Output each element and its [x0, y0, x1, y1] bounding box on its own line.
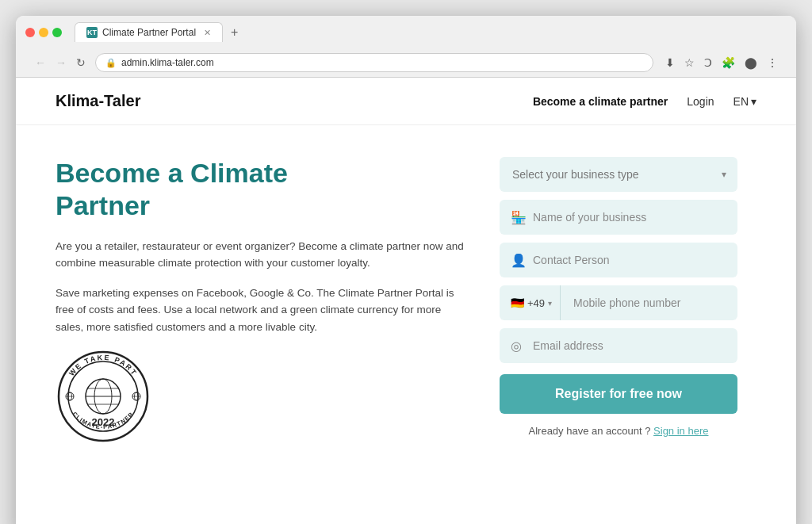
navbar: Klima-Taler Become a climate partner Log… — [16, 78, 796, 125]
registration-form: Select your business type Retailer Resta… — [500, 157, 737, 437]
active-tab[interactable]: KT Climate Partner Portal ✕ — [75, 22, 223, 42]
address-bar: ← → ↻ 🔒 admin.klima-taler.com ⬇ ☆ Ↄ 🧩 ⬤ … — [25, 48, 787, 77]
forward-button[interactable]: → — [52, 55, 70, 71]
extension-icon[interactable]: 🧩 — [719, 55, 737, 71]
browser-chrome: KT Climate Partner Portal ✕ + ← → ↻ 🔒 ad… — [16, 16, 796, 78]
phone-number-input[interactable] — [561, 285, 737, 320]
language-selector[interactable]: EN ▾ — [733, 95, 756, 108]
lock-icon: 🔒 — [105, 58, 117, 68]
badge-container: WE TAKE PART 2022 CLIMATE-PARTNER — [56, 349, 468, 447]
site-logo: Klima-Taler — [56, 92, 140, 110]
navbar-links: Become a climate partner Login EN ▾ — [533, 95, 756, 108]
main-section: Become a Climate Partner Are you a retai… — [16, 125, 796, 479]
signin-text: Already have an account ? Sign in here — [500, 425, 737, 437]
page-content: Klima-Taler Become a climate partner Log… — [16, 78, 796, 524]
business-type-select-wrapper: Select your business type Retailer Resta… — [500, 157, 737, 192]
menu-icon[interactable]: ⋮ — [764, 55, 780, 71]
tab-favicon: KT — [86, 27, 98, 38]
nav-buttons: ← → ↻ — [32, 55, 89, 71]
svg-text:WE TAKE PART: WE TAKE PART — [67, 353, 139, 377]
description-paragraph-2: Save marketing expenses on Facebook, Goo… — [56, 285, 468, 336]
profile-icon[interactable]: ⬤ — [742, 55, 760, 71]
page-heading: Become a Climate Partner — [56, 157, 468, 222]
description-paragraph-1: Are you a retailer, restaurateur or even… — [56, 238, 468, 272]
phone-prefix-selector[interactable]: 🇩🇪 +49 ▾ — [500, 285, 561, 320]
contact-person-input[interactable] — [500, 243, 737, 277]
flag-icon: 🇩🇪 — [511, 296, 524, 309]
climate-partner-badge: WE TAKE PART 2022 CLIMATE-PARTNER — [56, 349, 151, 444]
business-type-select[interactable]: Select your business type Retailer Resta… — [500, 157, 737, 192]
tab-close-button[interactable]: ✕ — [204, 28, 211, 38]
tab-title: Climate Partner Portal — [102, 27, 196, 38]
left-column: Become a Climate Partner Are you a retai… — [56, 157, 468, 447]
refresh-button[interactable]: ↻ — [73, 55, 89, 71]
nav-link-partner[interactable]: Become a climate partner — [533, 95, 668, 108]
phone-wrapper: 🇩🇪 +49 ▾ — [500, 285, 737, 320]
minimize-button[interactable] — [39, 28, 48, 37]
maximize-button[interactable] — [52, 28, 62, 37]
bookmark-icon[interactable]: ☆ — [682, 55, 697, 71]
browser-tabs: KT Climate Partner Portal ✕ + — [75, 22, 243, 42]
contact-person-wrapper: 👤 — [500, 243, 737, 277]
business-name-input[interactable] — [500, 200, 737, 235]
business-name-wrapper: 🏪 — [500, 200, 737, 235]
back-button[interactable]: ← — [32, 55, 49, 71]
phone-chevron-icon: ▾ — [548, 299, 552, 308]
url-bar[interactable]: 🔒 admin.klima-taler.com — [95, 53, 653, 72]
browser-window: KT Climate Partner Portal ✕ + ← → ↻ 🔒 ad… — [16, 16, 796, 524]
browser-actions: ⬇ ☆ Ↄ 🧩 ⬤ ⋮ — [663, 55, 780, 71]
signin-link[interactable]: Sign in here — [653, 425, 708, 437]
download-icon[interactable]: ⬇ — [663, 55, 677, 71]
nav-link-login[interactable]: Login — [687, 95, 714, 108]
email-input[interactable] — [500, 328, 737, 363]
email-wrapper: ◎ — [500, 328, 737, 363]
close-button[interactable] — [25, 28, 35, 37]
phone-country-code: +49 — [527, 297, 545, 309]
new-tab-button[interactable]: + — [226, 25, 243, 40]
register-button[interactable]: Register for free now — [500, 374, 737, 414]
traffic-lights — [25, 28, 62, 37]
url-text: admin.klima-taler.com — [121, 57, 214, 68]
lang-chevron-icon: ▾ — [751, 95, 756, 108]
account-icon[interactable]: Ↄ — [702, 55, 714, 71]
